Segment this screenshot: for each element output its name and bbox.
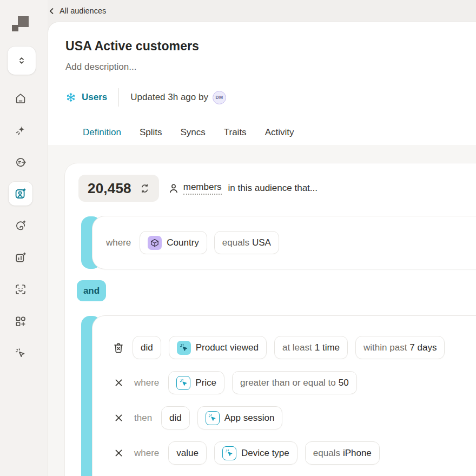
sidebar bbox=[0, 0, 48, 476]
property-chip bbox=[148, 236, 162, 250]
sidebar-item-home[interactable] bbox=[14, 92, 27, 105]
property-label: Country bbox=[167, 237, 199, 248]
event-cursor-icon bbox=[179, 378, 188, 387]
description-placeholder[interactable]: Add description... bbox=[65, 62, 476, 72]
members-sentence: members in this audience that... bbox=[168, 182, 318, 195]
entity-type-link[interactable]: Users bbox=[65, 92, 107, 103]
app-logo-icon[interactable] bbox=[0, 0, 48, 32]
condition-row-event: did Product viewed bbox=[112, 336, 476, 359]
connective-where: where bbox=[134, 448, 159, 459]
breadcrumb-back[interactable]: All audiences bbox=[48, 0, 106, 22]
tab-definition[interactable]: Definition bbox=[83, 127, 121, 147]
avatar[interactable]: DM bbox=[213, 91, 226, 104]
tab-traits[interactable]: Traits bbox=[224, 127, 247, 147]
operator-button-gte-50[interactable]: greater than or equal to50 bbox=[232, 371, 357, 394]
trash-icon bbox=[112, 341, 125, 354]
value-button[interactable]: value bbox=[168, 441, 207, 465]
home-icon bbox=[14, 92, 27, 105]
members-link[interactable]: members bbox=[183, 182, 222, 195]
operator-value: iPhone bbox=[343, 448, 372, 458]
condition-card: where Country equalsUSA bbox=[92, 216, 476, 269]
refresh-button[interactable] bbox=[140, 183, 150, 194]
audience-card: USA Active customers Add description... … bbox=[48, 22, 476, 476]
member-count-row: 20,458 members in this bbox=[78, 175, 476, 202]
member-count-pill: 20,458 bbox=[78, 175, 159, 202]
event-label: App session bbox=[224, 413, 275, 424]
event-cursor-icon bbox=[179, 343, 189, 353]
event-property-chip bbox=[176, 376, 190, 390]
window-value: 7 days bbox=[409, 342, 437, 353]
tab-splits[interactable]: Splits bbox=[140, 127, 162, 147]
entity-type-label: Users bbox=[82, 92, 107, 103]
face-scan-icon bbox=[14, 283, 27, 296]
condition-row: where Country equalsUSA bbox=[92, 216, 476, 269]
x-icon bbox=[113, 447, 124, 459]
chevron-up-down-icon bbox=[16, 55, 28, 67]
operator-prefix: greater than or equal to bbox=[240, 378, 336, 388]
main-area: All audiences USA Active customers Add d… bbox=[48, 0, 476, 476]
member-count: 20,458 bbox=[88, 180, 131, 197]
sidebar-item-journeys[interactable] bbox=[14, 156, 27, 169]
cube-icon bbox=[150, 239, 159, 247]
logo-square-large bbox=[18, 16, 29, 27]
remove-condition-button[interactable] bbox=[112, 412, 125, 424]
event-cursor-icon bbox=[208, 413, 217, 422]
frequency-prefix: at least bbox=[282, 342, 312, 353]
cursor-sparkle-icon bbox=[14, 347, 27, 360]
remove-condition-button[interactable] bbox=[112, 377, 125, 388]
event-cursor-icon bbox=[224, 448, 234, 458]
connective-then: then bbox=[134, 413, 152, 424]
time-window-button[interactable]: within past7 days bbox=[355, 336, 445, 359]
verb-button-did[interactable]: did bbox=[133, 336, 161, 359]
members-suffix: in this audience that... bbox=[228, 183, 318, 194]
delete-condition-button[interactable] bbox=[112, 341, 125, 354]
event-chip bbox=[177, 341, 191, 355]
condition-row-then: then did App session bbox=[112, 406, 476, 429]
frequency-value: 1 time bbox=[315, 342, 340, 353]
condition-row-where-price: where Price bbox=[112, 371, 476, 394]
sidebar-item-ai-assist[interactable] bbox=[14, 124, 27, 137]
sidebar-item-analytics[interactable] bbox=[14, 251, 27, 264]
event-chip bbox=[206, 411, 220, 425]
chevron-left-icon bbox=[48, 7, 56, 15]
definition-panel: 20,458 members in this bbox=[48, 145, 476, 476]
group-operator-pill[interactable]: and bbox=[77, 280, 106, 301]
property-button-country[interactable]: Country bbox=[140, 231, 207, 254]
breadcrumb-label: All audiences bbox=[60, 6, 106, 15]
property-label: Price bbox=[195, 378, 216, 388]
window-prefix: within past bbox=[363, 342, 407, 353]
condition-card: did Product viewed bbox=[92, 315, 476, 476]
connective-where: where bbox=[134, 378, 159, 388]
event-button-product-viewed[interactable]: Product viewed bbox=[169, 336, 267, 359]
event-property-chip bbox=[222, 446, 236, 460]
tab-syncs[interactable]: Syncs bbox=[180, 127, 205, 147]
property-label: Device type bbox=[241, 448, 289, 459]
operator-prefix: equals bbox=[222, 237, 249, 248]
condition-group-1: where Country equalsUSA bbox=[81, 216, 476, 269]
x-icon bbox=[113, 412, 124, 424]
operator-prefix: equals bbox=[313, 448, 340, 458]
event-button-app-session[interactable]: App session bbox=[197, 406, 283, 429]
operator-value: 50 bbox=[339, 378, 349, 388]
snowflake-icon bbox=[65, 92, 76, 103]
sidebar-item-engage[interactable] bbox=[14, 219, 27, 232]
operator-button-equals-usa[interactable]: equalsUSA bbox=[214, 231, 279, 254]
property-button-device-type[interactable]: Device type bbox=[214, 441, 298, 465]
operator-button-equals-iphone[interactable]: equalsiPhone bbox=[305, 441, 380, 465]
sidebar-item-face-id[interactable] bbox=[14, 283, 27, 296]
property-button-price[interactable]: Price bbox=[168, 371, 224, 394]
definition-card: 20,458 members in this bbox=[64, 163, 476, 476]
sidebar-item-audiences[interactable] bbox=[14, 187, 27, 200]
remove-condition-button[interactable] bbox=[112, 447, 125, 459]
condition-group-2: did Product viewed bbox=[81, 315, 476, 476]
operator-value: USA bbox=[252, 237, 271, 248]
workspace-switcher-button[interactable] bbox=[8, 47, 36, 75]
refresh-icon bbox=[140, 183, 150, 194]
meta-divider bbox=[118, 88, 119, 107]
sidebar-item-catalog[interactable] bbox=[14, 315, 27, 328]
sidebar-item-activation[interactable] bbox=[14, 347, 27, 360]
catalog-icon bbox=[14, 315, 27, 328]
frequency-button[interactable]: at least1 time bbox=[274, 336, 348, 359]
tab-activity[interactable]: Activity bbox=[265, 127, 294, 147]
verb-button-did[interactable]: did bbox=[161, 406, 190, 429]
